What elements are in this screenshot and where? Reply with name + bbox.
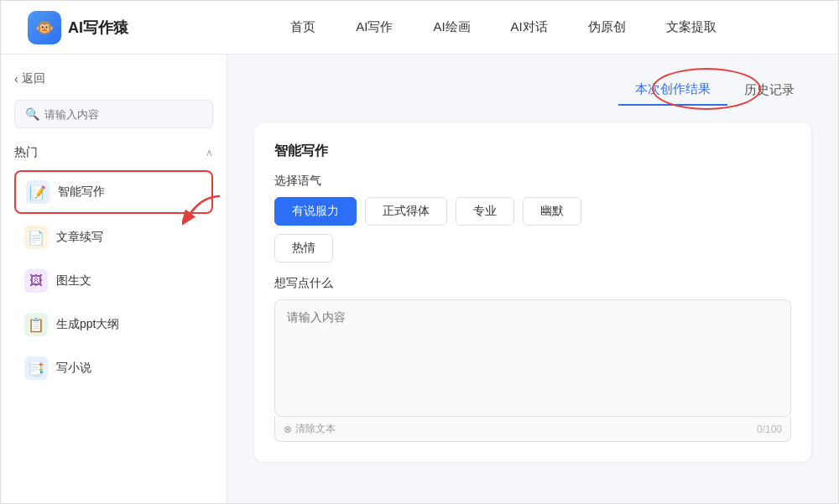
tabs-header: 本次创作结果 历史记录 <box>254 75 811 106</box>
ppt-outline-icon: 📋 <box>24 313 48 336</box>
sidebar-back-button[interactable]: ‹ 返回 <box>14 71 213 86</box>
smart-write-label: 智能写作 <box>58 184 105 200</box>
sidebar-item-smart-write[interactable]: 📝 智能写作 <box>14 170 213 214</box>
sidebar-search-box[interactable]: 🔍 <box>14 100 213 128</box>
content-area: 本次创作结果 历史记录 智能写作 选择语气 有说服力 正式得体 专业 幽默 热情… <box>227 55 838 504</box>
article-continue-label: 文章续写 <box>56 230 103 245</box>
tone-buttons-row2: 热情 <box>274 234 791 262</box>
tone-btn-persuasive[interactable]: 有说服力 <box>274 197 357 226</box>
image-to-text-icon: 🖼 <box>24 269 48 293</box>
back-label: 返回 <box>22 71 45 86</box>
section-title: 热门 <box>14 145 38 160</box>
nav-ai-chat[interactable]: AI对话 <box>511 16 548 39</box>
clear-icon: ⊗ <box>284 423 292 435</box>
clear-label: 清除文本 <box>295 422 336 436</box>
content-textarea[interactable] <box>274 299 791 417</box>
section-header: 热门 ∧ <box>14 145 213 160</box>
clear-button[interactable]: ⊗ 清除文本 <box>284 422 336 436</box>
back-chevron-icon: ‹ <box>14 72 18 86</box>
sidebar-item-ppt-outline[interactable]: 📋 生成ppt大纲 <box>14 304 213 345</box>
nav-home[interactable]: 首页 <box>290 16 315 39</box>
ppt-outline-label: 生成ppt大纲 <box>56 317 119 332</box>
write-novel-icon: 📑 <box>24 356 48 380</box>
nav-ai-draw[interactable]: AI绘画 <box>433 16 470 39</box>
tab-history[interactable]: 历史记录 <box>727 75 811 105</box>
sidebar: ‹ 返回 🔍 热门 ∧ 📝 智能写作 <box>1 55 227 504</box>
tone-btn-professional[interactable]: 专业 <box>456 197 514 226</box>
textarea-wrapper: ⊗ 清除文本 0/100 <box>274 299 791 442</box>
form-section-title: 智能写作 <box>274 143 791 160</box>
search-input[interactable] <box>44 108 202 121</box>
article-continue-icon: 📄 <box>24 226 48 249</box>
write-novel-label: 写小说 <box>56 361 91 376</box>
brand-icon: 🐵 <box>28 11 61 44</box>
brand: 🐵 AI写作猿 <box>28 11 128 44</box>
tone-btn-formal[interactable]: 正式得体 <box>365 197 447 226</box>
image-to-text-label: 图生文 <box>56 273 91 288</box>
collapse-icon[interactable]: ∧ <box>206 147 213 158</box>
sidebar-item-image-to-text[interactable]: 🖼 图生文 <box>14 261 213 301</box>
content-field-label: 想写点什么 <box>274 276 791 291</box>
tone-field-label: 选择语气 <box>274 174 791 189</box>
sidebar-item-write-novel[interactable]: 📑 写小说 <box>14 348 213 388</box>
nav-copy[interactable]: 文案提取 <box>666 16 717 39</box>
nav-links: 首页 AI写作 AI绘画 AI对话 伪原创 文案提取 <box>195 16 811 39</box>
main-layout: ‹ 返回 🔍 热门 ∧ 📝 智能写作 <box>1 55 838 504</box>
form-card: 智能写作 选择语气 有说服力 正式得体 专业 幽默 热情 想写点什么 ⊗ 清除文… <box>254 122 811 462</box>
tone-btn-humorous[interactable]: 幽默 <box>523 197 581 226</box>
textarea-footer: ⊗ 清除文本 0/100 <box>274 417 791 442</box>
tab-current-result[interactable]: 本次创作结果 <box>618 75 727 106</box>
tone-btn-passionate[interactable]: 热情 <box>274 234 333 262</box>
sidebar-item-article-continue[interactable]: 📄 文章续写 <box>14 217 213 257</box>
search-icon: 🔍 <box>25 107 39 121</box>
char-count: 0/100 <box>757 423 782 435</box>
navbar: 🐵 AI写作猿 首页 AI写作 AI绘画 AI对话 伪原创 文案提取 <box>1 1 838 55</box>
nav-plagiarism[interactable]: 伪原创 <box>588 16 626 39</box>
nav-ai-write[interactable]: AI写作 <box>356 16 393 39</box>
smart-write-icon: 📝 <box>26 180 50 204</box>
brand-name: AI写作猿 <box>68 18 128 38</box>
tone-buttons: 有说服力 正式得体 专业 幽默 <box>274 197 791 226</box>
